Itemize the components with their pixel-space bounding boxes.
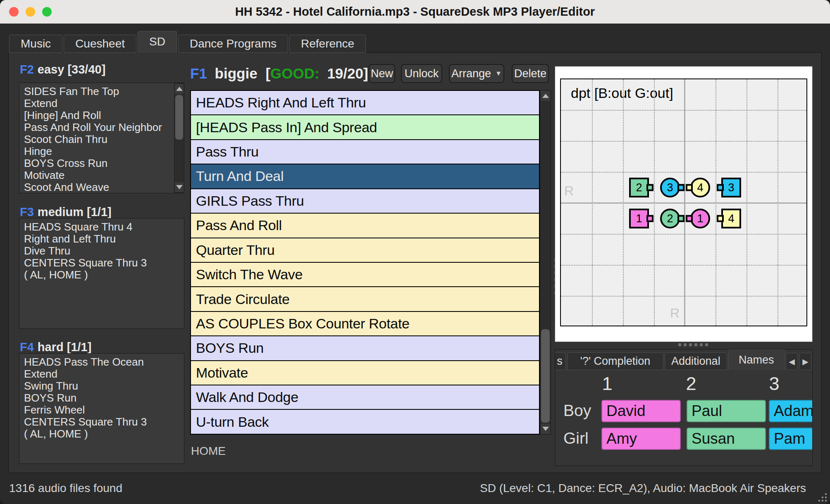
tab-scroll-right-icon[interactable]: ▶ — [799, 353, 811, 370]
scroll-up-icon[interactable] — [541, 91, 550, 101]
tab-dance-programs[interactable]: Dance Programs — [178, 35, 288, 53]
list-item[interactable]: ( AL, HOME ) — [24, 269, 184, 281]
grid-line — [561, 172, 806, 173]
list-item[interactable]: BOYS Cross Run — [24, 157, 184, 169]
resize-grip-icon[interactable] — [816, 491, 827, 502]
call-list-scrollbar[interactable] — [540, 90, 551, 435]
list-item[interactable]: Ferris Wheel — [24, 404, 184, 416]
call-listbox-f2: SIDES Fan The TopExtend[Hinge] And RollP… — [19, 83, 184, 193]
formation-caption: dpt [B:out G:out] — [571, 85, 673, 101]
call-row[interactable]: Pass And Roll — [191, 214, 539, 238]
scrollbar-thumb[interactable] — [541, 329, 550, 423]
list-item[interactable]: [Hinge] And Roll — [24, 109, 184, 121]
main-tabbar: MusicCuesheetSDDance ProgramsReference — [9, 31, 366, 53]
grid-line — [561, 141, 806, 142]
tab-sd[interactable]: SD — [138, 31, 177, 53]
boy-name-field[interactable]: Paul — [687, 400, 766, 422]
dancer-circle-2: 2 — [660, 209, 680, 228]
dancer-square-1: 1 — [629, 209, 649, 228]
close-icon[interactable] — [9, 7, 19, 17]
sequence-bracket: [ — [265, 65, 270, 81]
list-item[interactable]: CENTERS Square Thru 3 — [24, 257, 184, 269]
call-row[interactable]: Turn And Deal — [191, 164, 539, 189]
grid-line — [561, 234, 806, 235]
delete-button[interactable]: Delete — [512, 64, 549, 83]
scroll-up-icon[interactable] — [175, 84, 184, 94]
scroll-down-icon[interactable] — [541, 424, 550, 434]
minimize-icon[interactable] — [26, 7, 35, 17]
list-item[interactable]: SIDES Fan The Top — [24, 86, 184, 97]
grid-axis-line — [561, 202, 806, 204]
section-label-f4: F4hard [1/1] — [20, 340, 91, 354]
section-label-f2: F2easy [33/40] — [20, 63, 105, 76]
list-item[interactable]: Extend — [24, 368, 184, 380]
list-item[interactable]: ( AL, HOME ) — [24, 428, 184, 440]
call-row[interactable]: Motivate — [191, 361, 539, 385]
list-item[interactable]: Scoot And Weave — [24, 181, 184, 193]
formation-grid: dpt [B:out G:out] RR23431214 — [560, 78, 807, 326]
list-item[interactable]: Motivate — [24, 169, 184, 181]
sequence-score: 19/20] — [327, 65, 368, 81]
fullscreen-icon[interactable] — [42, 7, 52, 17]
list-item[interactable]: CENTERS Square Thru 3 — [24, 416, 184, 428]
list-item[interactable]: Extend — [24, 97, 184, 109]
boy-row-label: Boy — [563, 402, 591, 420]
list-item[interactable]: HEADS Pass The Ocean — [24, 356, 184, 368]
call-row[interactable]: AS COUPLES Box Counter Rotate — [191, 312, 539, 336]
app-window: HH 5342 - Hotel California.mp3 - SquareD… — [0, 0, 830, 504]
dancer-circle-3: 3 — [660, 178, 680, 197]
list-item[interactable]: Hinge — [24, 145, 184, 157]
list-item[interactable]: Right and Left Thru — [24, 233, 184, 245]
new-button[interactable]: New — [369, 64, 395, 83]
scrollbar-thumb[interactable] — [175, 95, 183, 140]
arrange-button[interactable]: Arrange▼ — [449, 64, 504, 83]
call-row[interactable]: Walk And Dodge — [191, 385, 539, 410]
list-item[interactable]: Swing Thru — [24, 380, 184, 392]
boy-name-field[interactable]: David — [601, 400, 681, 422]
window-title: HH 5342 - Hotel California.mp3 - SquareD… — [235, 5, 595, 19]
couple-column-header: 2 — [679, 373, 704, 395]
call-row[interactable]: Pass Thru — [191, 140, 539, 164]
titlebar: HH 5342 - Hotel California.mp3 - SquareD… — [0, 0, 830, 24]
girl-name-field[interactable]: Amy — [601, 428, 681, 450]
list-item[interactable]: Pass And Roll Your Neighbor — [24, 121, 184, 133]
dancer-square-4: 4 — [721, 209, 741, 228]
girl-name-field[interactable]: Susan — [687, 428, 766, 450]
tab-s[interactable]: s — [555, 352, 566, 370]
tab-additional[interactable]: Additional — [665, 352, 727, 370]
scroll-down-icon[interactable] — [175, 182, 184, 192]
call-row[interactable]: GIRLS Pass Thru — [191, 189, 539, 214]
call-row[interactable]: Switch The Wave — [191, 263, 539, 287]
dancer-square-3: 3 — [721, 178, 741, 197]
tab-names[interactable]: Names — [728, 349, 785, 370]
call-row[interactable]: Trade Circulate — [191, 287, 539, 311]
tab-music[interactable]: Music — [9, 35, 62, 53]
call-row[interactable]: U-turn Back — [191, 410, 539, 433]
call-row[interactable]: [HEADS Pass In] And Spread — [191, 115, 539, 140]
call-row[interactable]: BOYS Run — [191, 336, 539, 361]
tab-reference[interactable]: Reference — [289, 35, 366, 53]
traffic-lights — [9, 7, 52, 17]
sequence-code: F1 — [190, 65, 207, 81]
girl-name-field[interactable]: Pam — [769, 428, 813, 450]
call-row[interactable]: HEADS Right And Left Thru — [191, 91, 539, 115]
list-item[interactable]: HEADS Square Thru 4 — [24, 221, 184, 233]
rotation-marker: R — [564, 183, 574, 199]
dancer-nose — [686, 184, 693, 191]
tab-completion[interactable]: '?' Completion — [567, 352, 663, 370]
unlock-button[interactable]: Unlock — [401, 64, 442, 83]
list-item[interactable]: Dive Thru — [24, 245, 184, 257]
splitter-handle-horizontal[interactable] — [678, 343, 708, 346]
call-row[interactable]: Quarter Thru — [191, 238, 539, 263]
list-item[interactable]: BOYS Run — [24, 392, 184, 404]
tab-scroll-arrows: ◀▶ — [786, 353, 811, 370]
sequence-title: F1 biggie [GOOD: 19/20] — [190, 65, 368, 82]
tab-cuesheet[interactable]: Cuesheet — [64, 35, 136, 53]
list-item[interactable]: Scoot Chain Thru — [24, 133, 184, 145]
couple-column-header: 1 — [595, 373, 620, 395]
names-tabbar: s'?' CompletionAdditionalNames◀▶ — [555, 349, 811, 370]
dancer-nose — [686, 215, 693, 222]
listbox-scrollbar[interactable] — [174, 83, 184, 193]
tab-scroll-left-icon[interactable]: ◀ — [786, 353, 798, 370]
boy-name-field[interactable]: Adam — [769, 400, 813, 422]
